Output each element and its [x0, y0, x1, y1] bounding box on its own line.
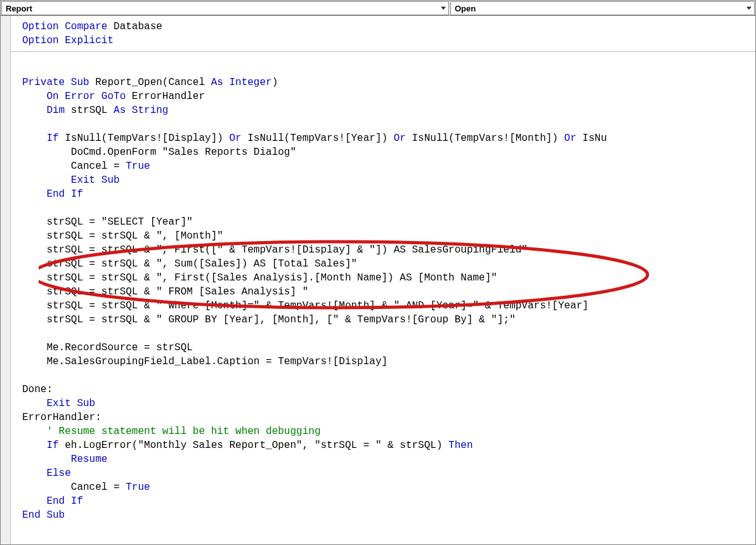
code-token — [22, 133, 46, 144]
code-token: Private Sub — [22, 77, 89, 88]
procedure-selector-dropdown[interactable]: Open — [450, 1, 755, 15]
code-token: IsNull(TempVars![Month]) — [406, 133, 564, 144]
code-token: DoCmd.OpenForm "Sales Reports Dialog" — [22, 147, 296, 158]
code-token: ErrorHandler — [126, 91, 205, 102]
code-token: strSQL = strSQL & " Where [Month]=" & Te… — [22, 300, 589, 312]
procedure-separator — [11, 51, 755, 52]
code-token — [22, 398, 46, 409]
margin-gutter[interactable] — [1, 16, 11, 544]
code-area: Option Compare Database Option Explicit … — [1, 16, 755, 544]
code-token: On Error GoTo — [46, 91, 126, 102]
code-token: strSQL = strSQL & ", Sum([Sales]) AS [To… — [22, 258, 357, 270]
code-token: strSQL = "SELECT [Year]" — [22, 216, 193, 228]
code-token: Option Explicit — [22, 35, 114, 46]
object-selector-value: Report — [6, 4, 32, 13]
code-token — [22, 188, 46, 200]
code-token: IsNu — [577, 133, 607, 144]
chevron-down-icon — [746, 7, 752, 10]
code-token — [22, 496, 46, 507]
procedure-selector-value: Open — [455, 4, 476, 13]
code-token: Exit Sub — [46, 398, 95, 409]
code-token: Cancel = — [22, 161, 126, 172]
code-token: eh.LogError("Monthly Sales Report_Open",… — [59, 440, 449, 451]
code-token: If — [46, 440, 58, 451]
code-token: Exit Sub — [71, 174, 120, 186]
code-token: Option Compare — [22, 21, 107, 32]
code-token: Resume — [71, 454, 108, 465]
code-editor[interactable]: Option Compare Database Option Explicit … — [11, 16, 755, 544]
code-token: True — [126, 161, 150, 172]
code-token: ) — [272, 77, 278, 88]
vba-editor-window: Report Open Option Compare Database Opti… — [0, 0, 756, 545]
code-token: strSQL = strSQL & " GROUP BY [Year], [Mo… — [22, 314, 516, 325]
code-token: If — [46, 133, 58, 144]
code-token: Or — [229, 133, 241, 144]
code-token: strSQL = strSQL & ", First([" & TempVars… — [22, 244, 528, 256]
code-token: End If — [46, 496, 83, 507]
code-token — [22, 440, 46, 451]
chevron-down-icon — [441, 7, 446, 10]
code-token: Or — [394, 133, 406, 144]
code-token: As String — [114, 105, 168, 116]
code-token: Report_Open(Cancel — [89, 77, 211, 88]
code-token: IsNull(TempVars![Display]) — [59, 133, 230, 144]
code-token: strSQL — [65, 105, 114, 116]
object-selector-dropdown[interactable]: Report — [1, 1, 449, 15]
code-token: strSQL = strSQL & " FROM [Sales Analysis… — [22, 286, 308, 298]
code-token: Dim — [46, 105, 65, 116]
code-token: strSQL = strSQL & ", First([Sales Analys… — [22, 272, 497, 284]
code-comment: ' Resume statement will be hit when debu… — [46, 426, 320, 437]
code-token: Or — [564, 133, 577, 144]
code-token: Then — [448, 440, 472, 451]
code-token: Database — [107, 21, 162, 32]
code-token — [22, 426, 46, 437]
code-token: End If — [46, 188, 83, 200]
code-token: True — [126, 482, 150, 493]
code-token — [22, 91, 46, 102]
code-token: strSQL = strSQL & ", [Month]" — [22, 230, 223, 242]
code-token — [22, 468, 46, 479]
code-token: Done: — [22, 384, 53, 395]
code-token: ErrorHandler: — [22, 412, 101, 423]
code-token: As Integer — [211, 77, 272, 88]
code-token: Else — [46, 468, 70, 479]
code-token: End Sub — [22, 509, 65, 521]
code-token — [22, 105, 46, 116]
code-token: Me.RecordSource = strSQL — [22, 342, 193, 353]
code-token: Me.SalesGroupingField_Label.Caption = Te… — [22, 356, 388, 367]
code-token: Cancel = — [22, 482, 126, 493]
code-token: IsNull(TempVars![Year]) — [242, 133, 394, 144]
toolbar: Report Open — [1, 1, 755, 16]
code-token — [22, 174, 71, 186]
code-token — [22, 454, 71, 465]
